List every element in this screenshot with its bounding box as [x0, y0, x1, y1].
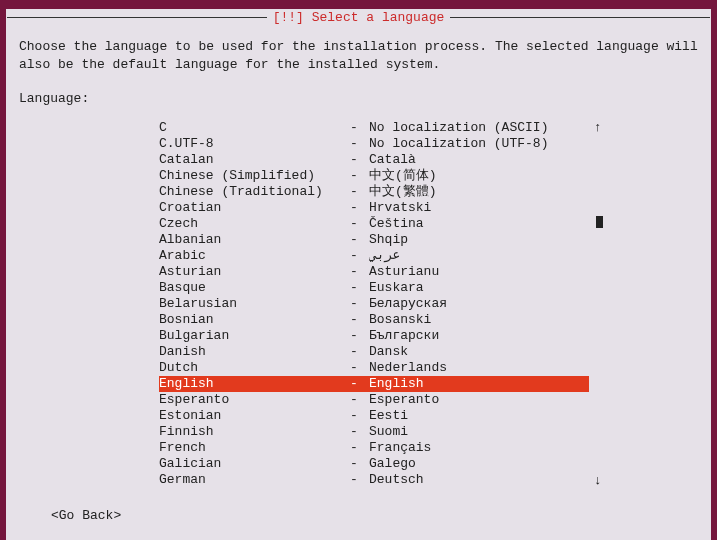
list-item[interactable]: Danish-Dansk — [159, 344, 589, 360]
language-native: Bosanski — [369, 312, 589, 328]
language-dialog: [!!] Select a language Choose the langua… — [6, 9, 711, 540]
language-name: Bosnian — [159, 312, 339, 328]
language-native: عربي — [369, 248, 589, 264]
separator: - — [339, 200, 369, 216]
language-name: Galician — [159, 456, 339, 472]
language-name: German — [159, 472, 339, 488]
language-native: Nederlands — [369, 360, 589, 376]
separator: - — [339, 408, 369, 424]
language-native: 中文(简体) — [369, 168, 589, 184]
language-list[interactable]: ↑ ↓ C-No localization (ASCII)C.UTF-8-No … — [159, 120, 589, 488]
language-native: Hrvatski — [369, 200, 589, 216]
language-name: Asturian — [159, 264, 339, 280]
separator: - — [339, 152, 369, 168]
language-name: Esperanto — [159, 392, 339, 408]
separator: - — [339, 424, 369, 440]
language-native: Shqip — [369, 232, 589, 248]
list-item[interactable]: Basque-Euskara — [159, 280, 589, 296]
list-item[interactable]: Belarusian-Беларуская — [159, 296, 589, 312]
list-item[interactable]: English-English — [159, 376, 589, 392]
language-native: 中文(繁體) — [369, 184, 589, 200]
separator: - — [339, 248, 369, 264]
language-name: Chinese (Simplified) — [159, 168, 339, 184]
language-native: Suomi — [369, 424, 589, 440]
list-item[interactable]: Dutch-Nederlands — [159, 360, 589, 376]
language-name: C — [159, 120, 339, 136]
language-native: No localization (UTF-8) — [369, 136, 589, 152]
dialog-title-bar: [!!] Select a language — [7, 10, 710, 25]
separator: - — [339, 344, 369, 360]
list-item[interactable]: Croatian-Hrvatski — [159, 200, 589, 216]
separator: - — [339, 328, 369, 344]
list-item[interactable]: Catalan-Català — [159, 152, 589, 168]
list-item[interactable]: C-No localization (ASCII) — [159, 120, 589, 136]
separator: - — [339, 184, 369, 200]
language-name: Arabic — [159, 248, 339, 264]
list-item[interactable]: Asturian-Asturianu — [159, 264, 589, 280]
language-native: Euskara — [369, 280, 589, 296]
separator: - — [339, 440, 369, 456]
list-item[interactable]: Arabic-عربي — [159, 248, 589, 264]
list-item[interactable]: German-Deutsch — [159, 472, 589, 488]
list-item[interactable]: Bulgarian-Български — [159, 328, 589, 344]
separator: - — [339, 280, 369, 296]
separator: - — [339, 120, 369, 136]
list-item[interactable]: Galician-Galego — [159, 456, 589, 472]
language-native: Asturianu — [369, 264, 589, 280]
list-item[interactable]: Albanian-Shqip — [159, 232, 589, 248]
separator: - — [339, 392, 369, 408]
list-item[interactable]: Chinese (Traditional)-中文(繁體) — [159, 184, 589, 200]
language-name: Catalan — [159, 152, 339, 168]
language-native: Català — [369, 152, 589, 168]
language-name: Estonian — [159, 408, 339, 424]
list-item[interactable]: Bosnian-Bosanski — [159, 312, 589, 328]
dialog-title: [!!] Select a language — [267, 10, 451, 25]
go-back-button[interactable]: <Go Back> — [51, 508, 121, 523]
separator: - — [339, 136, 369, 152]
language-native: Dansk — [369, 344, 589, 360]
separator: - — [339, 296, 369, 312]
window-top-bar — [0, 0, 717, 9]
language-native: Galego — [369, 456, 589, 472]
list-item[interactable]: Chinese (Simplified)-中文(简体) — [159, 168, 589, 184]
language-name: Finnish — [159, 424, 339, 440]
separator: - — [339, 232, 369, 248]
separator: - — [339, 168, 369, 184]
separator: - — [339, 472, 369, 488]
list-item[interactable]: C.UTF-8-No localization (UTF-8) — [159, 136, 589, 152]
language-name: Basque — [159, 280, 339, 296]
language-name: French — [159, 440, 339, 456]
border-left — [7, 17, 267, 18]
scroll-position-indicator — [596, 216, 603, 228]
separator: - — [339, 216, 369, 232]
language-name: Czech — [159, 216, 339, 232]
scroll-up-icon[interactable]: ↑ — [593, 120, 603, 135]
language-name: English — [159, 376, 339, 392]
language-name: Albanian — [159, 232, 339, 248]
instruction-text: Choose the language to be used for the i… — [19, 38, 698, 73]
language-name: Belarusian — [159, 296, 339, 312]
language-native: English — [369, 376, 589, 392]
language-name: C.UTF-8 — [159, 136, 339, 152]
language-name: Dutch — [159, 360, 339, 376]
separator: - — [339, 376, 369, 392]
language-native: Français — [369, 440, 589, 456]
language-native: Eesti — [369, 408, 589, 424]
list-item[interactable]: Czech-Čeština — [159, 216, 589, 232]
separator: - — [339, 360, 369, 376]
language-name: Chinese (Traditional) — [159, 184, 339, 200]
scroll-down-icon[interactable]: ↓ — [593, 473, 603, 488]
list-item[interactable]: French-Français — [159, 440, 589, 456]
language-native: Esperanto — [369, 392, 589, 408]
list-item[interactable]: Estonian-Eesti — [159, 408, 589, 424]
language-native: Čeština — [369, 216, 589, 232]
language-native: No localization (ASCII) — [369, 120, 589, 136]
language-native: Беларуская — [369, 296, 589, 312]
list-item[interactable]: Esperanto-Esperanto — [159, 392, 589, 408]
separator: - — [339, 456, 369, 472]
list-item[interactable]: Finnish-Suomi — [159, 424, 589, 440]
language-name: Bulgarian — [159, 328, 339, 344]
language-name: Croatian — [159, 200, 339, 216]
border-right — [450, 17, 710, 18]
language-native: Deutsch — [369, 472, 589, 488]
